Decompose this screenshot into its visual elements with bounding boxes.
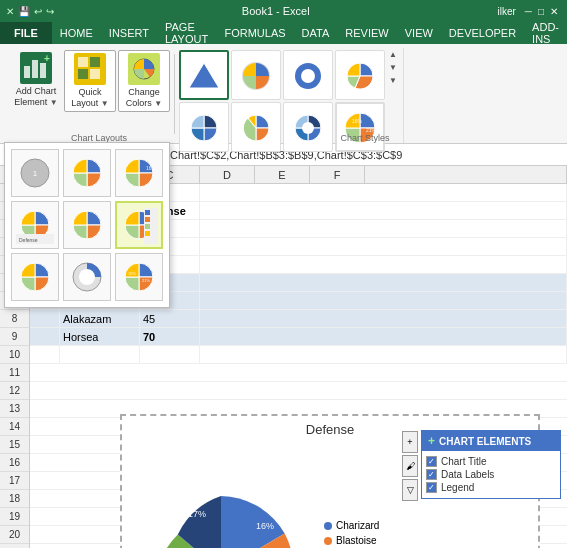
row-num-11[interactable]: 11 — [0, 364, 29, 382]
scroll-up-btn[interactable]: ▲ — [389, 50, 397, 59]
row-num-17[interactable]: 17 — [0, 472, 29, 490]
svg-rect-21 — [145, 210, 150, 215]
cell-rest-8[interactable] — [200, 310, 567, 327]
layout6-svg — [120, 206, 158, 244]
pie-chart-svg[interactable]: 16% 21% 13% 9% 16% 7% 17% — [126, 471, 316, 549]
ce-data-labels-item[interactable]: ✓ Data Labels — [426, 468, 556, 481]
change-colors-button[interactable]: ChangeColors ▼ — [118, 50, 170, 112]
cell-c8[interactable]: 45 — [140, 310, 200, 327]
ce-legend-checkbox[interactable]: ✓ — [426, 482, 437, 493]
col-header-e[interactable]: E — [255, 166, 310, 183]
cell-rest-4[interactable] — [200, 238, 567, 255]
cell-c10[interactable] — [140, 346, 200, 363]
cell-rest-1[interactable] — [200, 184, 567, 201]
ce-legend-item[interactable]: ✓ Legend — [426, 481, 556, 494]
maximize-icon[interactable]: □ — [538, 6, 544, 17]
close-icon[interactable]: ✕ — [550, 6, 558, 17]
cell-b8[interactable]: Alakazam — [60, 310, 140, 327]
chart-style-7[interactable] — [283, 102, 333, 152]
row-num-14[interactable]: 14 — [0, 418, 29, 436]
style2-svg — [236, 58, 276, 93]
formulas-menu[interactable]: FORMULAS — [216, 22, 293, 44]
row-num-19[interactable]: 19 — [0, 508, 29, 526]
undo-icon[interactable]: ↩ — [34, 6, 42, 17]
cell-rest-2[interactable] — [200, 202, 567, 219]
row-num-21[interactable]: 21 — [0, 544, 29, 548]
change-colors-label: ChangeColors ▼ — [126, 87, 162, 109]
chart-style-6[interactable] — [231, 102, 281, 152]
chart-style-8[interactable]: 16% 21% — [335, 102, 385, 152]
layout-option-5[interactable] — [63, 201, 111, 249]
layout7-svg — [16, 258, 54, 296]
cell-rest-10[interactable] — [200, 346, 567, 363]
chart-styles-label: Chart Styles — [205, 133, 525, 143]
redo-icon[interactable]: ↪ — [46, 6, 54, 17]
grid-row-9: Horsea 70 — [30, 328, 567, 346]
review-menu[interactable]: REVIEW — [337, 22, 396, 44]
home-menu[interactable]: HOME — [52, 22, 101, 44]
quick-layout-button[interactable]: QuickLayout ▼ — [64, 50, 116, 112]
scroll-down-btn[interactable]: ▼ — [389, 63, 397, 72]
cell-rest-3[interactable] — [200, 220, 567, 237]
layout-option-1[interactable]: 1 — [11, 149, 59, 197]
cell-b10[interactable] — [60, 346, 140, 363]
data-menu[interactable]: DATA — [294, 22, 338, 44]
col-header-rest — [365, 166, 567, 183]
cell-a10[interactable] — [30, 346, 60, 363]
cell-rest-6[interactable] — [200, 274, 567, 291]
more-btn[interactable]: ▼ — [389, 76, 397, 85]
svg-text:+: + — [44, 54, 50, 64]
cell-b9[interactable]: Horsea — [60, 328, 140, 345]
layout4-svg: Defense — [16, 206, 54, 244]
layout-option-3[interactable]: 16% — [115, 149, 163, 197]
ce-legend-check: ✓ — [428, 483, 435, 492]
ce-chart-title-checkbox[interactable]: ✓ — [426, 456, 437, 467]
col-header-d[interactable]: D — [200, 166, 255, 183]
layout-option-9[interactable]: 16% 21% — [115, 253, 163, 301]
chart-filter-toggle-btn[interactable]: ▽ — [402, 479, 418, 501]
chart-style-5[interactable] — [179, 102, 229, 152]
cell-a9[interactable] — [30, 328, 60, 345]
col-header-f[interactable]: F — [310, 166, 365, 183]
chart-elements-panel: + 🖌 ▽ + CHART ELEMENTS ✓ Chart Title ✓ D… — [421, 430, 561, 499]
row-num-12[interactable]: 12 — [0, 382, 29, 400]
ce-chart-title-item[interactable]: ✓ Chart Title — [426, 455, 556, 468]
page-layout-menu[interactable]: PAGE LAYOUT — [157, 22, 217, 44]
developer-menu[interactable]: DEVELOPER — [441, 22, 524, 44]
file-menu[interactable]: FILE — [0, 22, 52, 44]
row-num-15[interactable]: 15 — [0, 436, 29, 454]
row-num-10[interactable]: 10 — [0, 346, 29, 364]
insert-menu[interactable]: INSERT — [101, 22, 157, 44]
row-num-20[interactable]: 20 — [0, 526, 29, 544]
layout-option-4[interactable]: Defense — [11, 201, 59, 249]
row-num-8[interactable]: 8 — [0, 310, 29, 328]
row-num-16[interactable]: 16 — [0, 454, 29, 472]
layout-option-2[interactable] — [63, 149, 111, 197]
add-chart-element-button[interactable]: + Add ChartElement ▼ — [10, 50, 62, 110]
cell-a8[interactable] — [30, 310, 60, 327]
minimize-icon[interactable]: ─ — [525, 6, 532, 17]
add-chart-label: Add ChartElement ▼ — [14, 86, 57, 108]
chart-style-2[interactable] — [231, 50, 281, 100]
layout-option-8[interactable] — [63, 253, 111, 301]
save-icon[interactable]: 💾 — [18, 6, 30, 17]
cell-rest-9[interactable] — [200, 328, 567, 345]
chart-elements-toggle-btn[interactable]: + — [402, 431, 418, 453]
add-ins-menu[interactable]: ADD-INS — [524, 22, 567, 44]
layout-option-6[interactable] — [115, 201, 163, 249]
chart-style-1[interactable] — [179, 50, 229, 100]
row-num-9[interactable]: 9 — [0, 328, 29, 346]
chart-icon-svg: + — [22, 54, 50, 82]
row-num-18[interactable]: 18 — [0, 490, 29, 508]
cell-rest-5[interactable] — [200, 256, 567, 273]
ql-icon-svg — [76, 55, 104, 83]
chart-style-3[interactable] — [283, 50, 333, 100]
row-num-13[interactable]: 13 — [0, 400, 29, 418]
chart-styles-toggle-btn[interactable]: 🖌 — [402, 455, 418, 477]
cell-rest-7[interactable] — [200, 292, 567, 309]
chart-style-4[interactable] — [335, 50, 385, 100]
layout-option-7[interactable] — [11, 253, 59, 301]
cell-c9[interactable]: 70 — [140, 328, 200, 345]
ce-data-labels-checkbox[interactable]: ✓ — [426, 469, 437, 480]
view-menu[interactable]: VIEW — [397, 22, 441, 44]
